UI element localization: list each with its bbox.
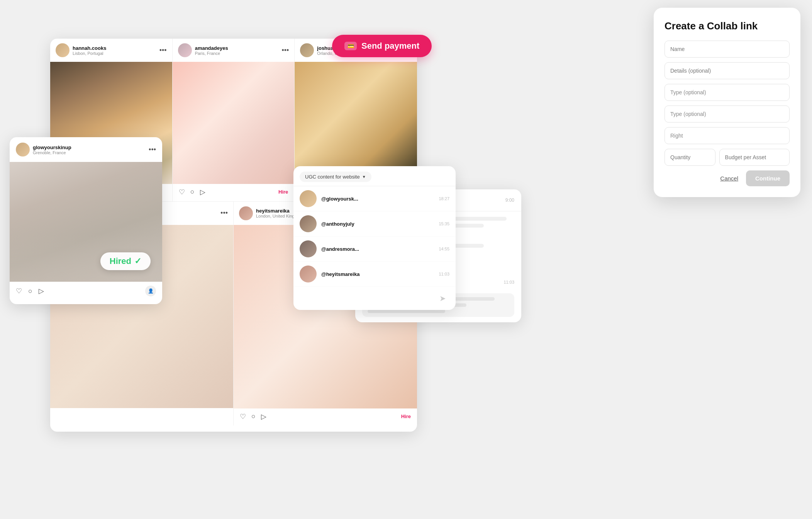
send-message-icon[interactable]: ➤ (436, 291, 449, 305)
collab-budget-input[interactable] (719, 149, 790, 166)
ig-location: Grenoble, France (33, 150, 71, 155)
msg-filter-label: UGC content for website (305, 174, 360, 180)
payment-icon: 💳 (344, 42, 357, 50)
send-payment-button[interactable]: 💳 Send payment (332, 35, 432, 57)
msg-info: @anthonyjuly (321, 221, 434, 227)
glow-card-actions: ♡ ○ ▷ 👤 (10, 282, 162, 298)
hired-check: ✓ (134, 256, 141, 266)
msg-footer: ➤ (293, 287, 456, 310)
send-payment-label: Send payment (361, 41, 419, 51)
collab-quantity-input[interactable] (665, 149, 715, 166)
msg-panel-header: UGC content for website ▼ (293, 166, 456, 186)
chat-time: 9:00 (505, 197, 514, 203)
msg-info: @glowyoursk... (321, 196, 434, 202)
chat-reply-time: 11:03 (503, 280, 514, 284)
user-icon: 👤 (145, 286, 156, 296)
msg-time: 11:03 (439, 272, 449, 276)
chevron-down-icon: ▼ (362, 175, 366, 179)
more-options-icon[interactable]: ••• (149, 146, 156, 154)
avatar (16, 143, 30, 157)
avatar (300, 240, 317, 257)
hired-label: Hired (110, 256, 131, 266)
messaging-panel: UGC content for website ▼ @glowyoursk...… (293, 166, 456, 310)
cancel-button[interactable]: Cancel (720, 175, 738, 182)
collab-details-input[interactable] (665, 62, 790, 79)
list-item[interactable]: @heyitsmareika 11:03 (293, 262, 456, 287)
msg-filter-tag[interactable]: UGC content for website ▼ (300, 172, 371, 182)
list-item[interactable]: @glowyoursk... 18:27 (293, 186, 456, 211)
msg-info: @heyitsmareika (321, 271, 434, 277)
msg-time: 14:55 (439, 247, 449, 251)
avatar (300, 265, 317, 282)
list-item[interactable]: @anthonyjuly 15:35 (293, 211, 456, 237)
glow-card-header: glowyourskinup Grenoble, France ••• (10, 137, 162, 162)
avatar (300, 190, 317, 207)
msg-name: @anthonyjuly (321, 221, 434, 227)
collab-align-select[interactable]: Right (665, 127, 790, 144)
glow-profile-card: glowyourskinup Grenoble, France ••• Hire… (10, 137, 162, 304)
chat-line (368, 310, 445, 313)
msg-name: @andresmora... (321, 246, 434, 252)
msg-info: @andresmora... (321, 246, 434, 252)
continue-button[interactable]: Continue (746, 170, 790, 186)
collab-type2-select[interactable]: Type (optional) (665, 106, 790, 123)
msg-name: @heyitsmareika (321, 271, 434, 277)
glow-post-image: Hired ✓ (10, 162, 162, 282)
msg-time: 18:27 (439, 196, 449, 201)
heart-icon[interactable]: ♡ (16, 287, 22, 295)
hired-badge: Hired ✓ (100, 252, 151, 270)
collab-type1-select[interactable]: Type (optional) (665, 84, 790, 101)
msg-time: 15:35 (439, 221, 449, 226)
collab-title: Create a Collab link (665, 20, 790, 32)
share-icon[interactable]: ▷ (39, 287, 44, 295)
list-item[interactable]: @andresmora... 14:55 (293, 237, 456, 262)
comment-icon[interactable]: ○ (28, 287, 32, 295)
msg-name: @glowyoursk... (321, 196, 434, 202)
message-list: @glowyoursk... 18:27 @anthonyjuly 15:35 … (293, 186, 456, 287)
avatar (300, 215, 317, 232)
collab-link-panel: Create a Collab link Type (optional) Typ… (654, 8, 800, 197)
ig-username: glowyourskinup (33, 145, 71, 150)
collab-name-input[interactable] (665, 41, 790, 58)
